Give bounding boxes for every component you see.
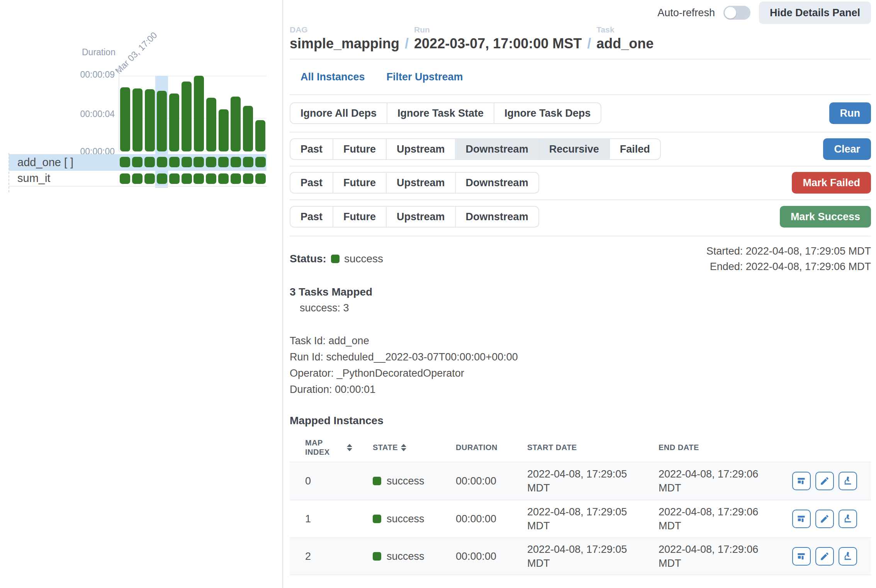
task-instance-square[interactable] xyxy=(182,157,192,167)
task-instance-square[interactable] xyxy=(144,157,155,167)
clear-filter-group: PastFutureUpstreamDownstreamRecursiveFai… xyxy=(290,138,661,160)
filter-button-past[interactable]: Past xyxy=(290,206,333,228)
task-instance-square[interactable] xyxy=(132,157,143,167)
filter-button-upstream[interactable]: Upstream xyxy=(386,138,456,160)
breadcrumb-task[interactable]: Task add_one xyxy=(596,25,654,53)
filter-button-downstream[interactable]: Downstream xyxy=(455,172,539,194)
filter-button-ignore-task-state[interactable]: Ignore Task State xyxy=(387,102,494,124)
logs-button[interactable] xyxy=(839,547,857,566)
task-detail-line: Operator: _PythonDecoratedOperator xyxy=(290,365,871,381)
filter-button-future[interactable]: Future xyxy=(333,206,387,228)
breadcrumb-dag-label: DAG xyxy=(290,25,399,35)
task-instance-square[interactable] xyxy=(218,173,229,184)
rendered-templates-button[interactable] xyxy=(815,547,834,566)
task-instance-square[interactable] xyxy=(169,173,180,184)
filter-button-upstream[interactable]: Upstream xyxy=(386,172,456,194)
breadcrumb-dag[interactable]: DAG simple_mapping xyxy=(290,25,399,53)
filter-button-ignore-all-deps[interactable]: Ignore All Deps xyxy=(290,102,387,124)
logs-button[interactable] xyxy=(839,472,857,490)
rendered-templates-button[interactable] xyxy=(815,510,834,528)
task-instance-square[interactable] xyxy=(231,157,241,167)
filter-button-future[interactable]: Future xyxy=(333,138,387,160)
duration-bar[interactable] xyxy=(157,91,167,151)
success-state-icon xyxy=(373,477,381,485)
run-button[interactable]: Run xyxy=(829,102,871,124)
filter-button-recursive[interactable]: Recursive xyxy=(538,138,610,160)
duration-bar-column[interactable] xyxy=(193,76,205,151)
duration-bar[interactable] xyxy=(231,97,241,151)
duration-bar[interactable] xyxy=(219,109,229,151)
mark-success-button[interactable]: Mark Success xyxy=(780,206,871,228)
task-instance-square[interactable] xyxy=(157,173,167,184)
duration-bar-column[interactable] xyxy=(254,76,267,151)
task-instance-square[interactable] xyxy=(255,173,266,184)
task-instance-square[interactable] xyxy=(243,173,253,184)
duration-bar-column[interactable] xyxy=(180,76,193,151)
duration-bar[interactable] xyxy=(255,120,265,151)
filter-button-upstream[interactable]: Upstream xyxy=(386,206,456,228)
duration-bar[interactable] xyxy=(132,88,143,151)
filter-button-future[interactable]: Future xyxy=(333,172,387,194)
breadcrumb-task-value[interactable]: add_one xyxy=(596,35,654,53)
task-instance-square[interactable] xyxy=(194,173,204,184)
hide-details-panel-button[interactable]: Hide Details Panel xyxy=(759,2,871,24)
tab-all-instances[interactable]: All Instances xyxy=(300,71,365,83)
task-instance-square[interactable] xyxy=(120,173,130,184)
filter-button-ignore-task-deps[interactable]: Ignore Task Deps xyxy=(494,102,601,124)
task-instance-square[interactable] xyxy=(194,157,204,167)
filter-button-downstream[interactable]: Downstream xyxy=(455,206,539,228)
clear-button[interactable]: Clear xyxy=(823,138,871,160)
tab-filter-upstream[interactable]: Filter Upstream xyxy=(387,71,463,83)
task-instance-square[interactable] xyxy=(206,173,216,184)
start-date-cell: 2022-04-08, 17:29:05 MDT xyxy=(512,467,635,495)
breadcrumb-run[interactable]: Run 2022-03-07, 17:00:00 MST xyxy=(414,25,582,53)
mapped-instances-table: MAP INDEX STATE DURATION START DATE END … xyxy=(290,433,871,575)
duration-bar-column[interactable] xyxy=(242,76,254,151)
task-instance-square[interactable] xyxy=(157,157,167,167)
duration-bar[interactable] xyxy=(194,76,204,151)
task-instance-square[interactable] xyxy=(255,157,266,167)
filter-button-past[interactable]: Past xyxy=(290,172,333,194)
duration-bar-column[interactable] xyxy=(217,76,230,151)
task-detail-line: Duration: 00:00:01 xyxy=(290,381,871,398)
task-instance-square[interactable] xyxy=(169,157,180,167)
task-instance-square[interactable] xyxy=(144,173,155,184)
filter-button-failed[interactable]: Failed xyxy=(609,138,661,160)
duration-bar-column[interactable] xyxy=(168,76,180,151)
duration-bar[interactable] xyxy=(120,87,130,151)
filter-button-past[interactable]: Past xyxy=(290,138,333,160)
column-header-map-index[interactable]: MAP INDEX xyxy=(290,438,357,457)
duration-bar[interactable] xyxy=(145,89,155,151)
table-row: 0success00:00:002022-04-08, 17:29:05 MDT… xyxy=(290,462,871,500)
duration-bar-column[interactable] xyxy=(144,76,156,151)
instance-details-button[interactable] xyxy=(792,510,811,528)
column-header-state[interactable]: STATE xyxy=(357,443,440,452)
task-instance-square[interactable] xyxy=(182,173,192,184)
task-instance-square[interactable] xyxy=(243,157,253,167)
duration-bar[interactable] xyxy=(169,93,179,151)
duration-bar-column[interactable] xyxy=(229,76,242,151)
auto-refresh-toggle[interactable] xyxy=(723,6,750,20)
duration-bar[interactable] xyxy=(182,82,192,151)
logs-button[interactable] xyxy=(839,510,857,528)
task-instance-square[interactable] xyxy=(120,157,130,167)
duration-bar[interactable] xyxy=(243,106,253,151)
breadcrumb-run-value[interactable]: 2022-03-07, 17:00:00 MST xyxy=(414,35,582,53)
table-icon xyxy=(796,514,806,524)
rendered-templates-button[interactable] xyxy=(815,472,834,490)
task-instance-square[interactable] xyxy=(132,173,143,184)
duration-bar-column[interactable] xyxy=(131,76,144,151)
duration-bar-column[interactable] xyxy=(156,76,168,151)
task-instance-square[interactable] xyxy=(218,157,229,167)
filter-button-downstream[interactable]: Downstream xyxy=(455,138,539,160)
duration-bar-column[interactable] xyxy=(119,76,131,151)
task-instance-square[interactable] xyxy=(231,173,241,184)
instance-details-button[interactable] xyxy=(792,472,811,490)
breadcrumb-dag-value[interactable]: simple_mapping xyxy=(290,35,399,53)
duration-bar-column[interactable] xyxy=(205,76,217,151)
instance-details-button[interactable] xyxy=(792,547,811,566)
task-instance-square[interactable] xyxy=(206,157,216,167)
duration-bar[interactable] xyxy=(206,98,216,151)
mark-failed-button[interactable]: Mark Failed xyxy=(792,172,871,194)
topbar: Auto-refresh Hide Details Panel xyxy=(290,0,871,24)
